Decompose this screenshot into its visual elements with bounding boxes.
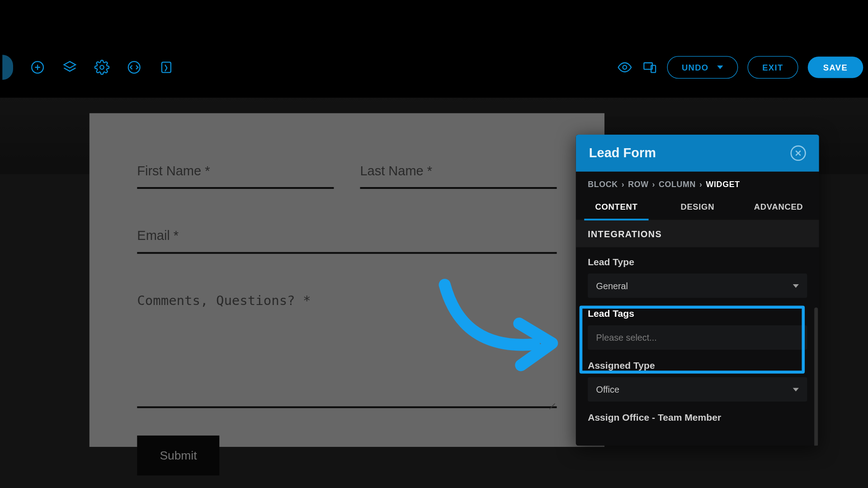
lead-type-select[interactable]: General <box>588 273 807 298</box>
first-name-input[interactable] <box>137 159 334 189</box>
devices-icon[interactable] <box>642 60 657 75</box>
breadcrumb-block[interactable]: BLOCK <box>588 180 618 189</box>
close-icon[interactable] <box>790 145 806 161</box>
editor-toolbar: UNDO EXIT SAVE <box>0 49 868 86</box>
assign-office-label: Assign Office - Team Member <box>588 412 807 423</box>
lead-type-group: Lead Type General <box>588 257 807 298</box>
lead-tags-label: Lead Tags <box>588 309 807 319</box>
seo-icon[interactable] <box>159 60 174 75</box>
preview-eye-icon[interactable] <box>617 60 632 75</box>
svg-point-4 <box>100 66 104 70</box>
lead-type-label: Lead Type <box>588 257 807 267</box>
add-icon[interactable] <box>30 60 45 75</box>
exit-label: EXIT <box>762 62 783 72</box>
widget-settings-panel: Lead Form BLOCK›ROW›COLUMN›WIDGET CONTEN… <box>576 135 819 446</box>
code-icon[interactable] <box>127 60 142 75</box>
layers-icon[interactable] <box>62 60 77 75</box>
undo-label: UNDO <box>682 62 709 72</box>
assigned-type-group: Assigned Type Office <box>588 361 807 402</box>
breadcrumb-widget[interactable]: WIDGET <box>706 180 740 189</box>
breadcrumb-row[interactable]: ROW <box>628 180 648 189</box>
breadcrumb-column[interactable]: COLUMN <box>659 180 696 189</box>
assigned-type-value: Office <box>596 384 619 394</box>
panel-scrollbar[interactable] <box>814 307 818 446</box>
section-integrations[interactable]: INTEGRATIONS <box>576 221 819 247</box>
breadcrumb: BLOCK›ROW›COLUMN›WIDGET <box>576 172 819 195</box>
lead-tags-select[interactable]: Please select... <box>588 325 807 350</box>
resize-handle-icon[interactable] <box>547 399 555 407</box>
undo-button[interactable]: UNDO <box>667 56 738 79</box>
assign-office-group: Assign Office - Team Member <box>588 412 807 423</box>
panel-header: Lead Form <box>576 135 819 172</box>
assigned-type-label: Assigned Type <box>588 361 807 371</box>
email-input[interactable] <box>137 223 557 253</box>
submit-button[interactable]: Submit <box>137 436 219 475</box>
chevron-down-icon <box>717 66 723 69</box>
save-button[interactable]: SAVE <box>808 56 863 78</box>
assigned-type-select[interactable]: Office <box>588 377 807 402</box>
tab-advanced[interactable]: ADVANCED <box>738 195 819 220</box>
tab-content[interactable]: CONTENT <box>576 195 657 220</box>
gear-icon[interactable] <box>94 60 109 75</box>
chevron-down-icon <box>793 388 799 391</box>
lead-type-value: General <box>596 281 628 291</box>
lead-tags-placeholder: Please select... <box>596 333 657 343</box>
tab-design[interactable]: DESIGN <box>657 195 738 220</box>
toolbar-edge-pill[interactable] <box>2 55 13 80</box>
chevron-down-icon <box>793 284 799 287</box>
arrow-annotation <box>433 279 558 374</box>
panel-title: Lead Form <box>589 145 656 161</box>
svg-marker-3 <box>64 61 75 68</box>
svg-point-7 <box>623 66 627 70</box>
last-name-input[interactable] <box>360 159 557 189</box>
exit-button[interactable]: EXIT <box>747 56 798 79</box>
lead-tags-group: Lead Tags Please select... <box>588 309 807 350</box>
panel-tabs: CONTENT DESIGN ADVANCED <box>576 195 819 221</box>
